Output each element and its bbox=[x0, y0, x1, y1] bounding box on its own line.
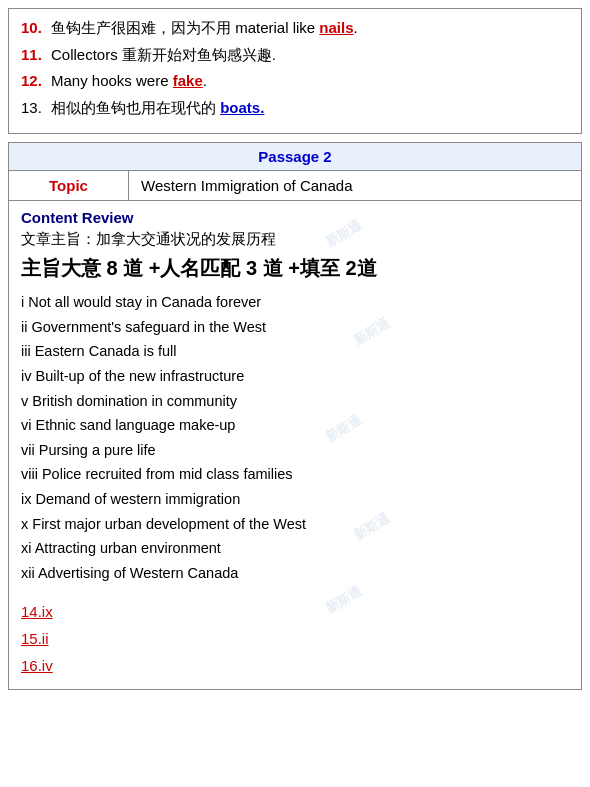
highlight-boats: boats. bbox=[220, 99, 264, 116]
content-body: 新斯通 新斯通 新斯通 新斯通 新斯通 Content Review 文章主旨：… bbox=[9, 201, 581, 689]
main-idea: 主旨大意 8 道 +人名匹配 3 道 +填至 2道 bbox=[21, 255, 569, 282]
item-num-10: 10. bbox=[21, 17, 51, 40]
top-section: 10. 鱼钩生产很困难，因为不用 material like nails. 11… bbox=[8, 8, 582, 134]
list-item-13: 13. 相似的鱼钩也用在现代的 boats. bbox=[21, 97, 569, 120]
article-theme: 文章主旨：加拿大交通状况的发展历程 bbox=[21, 230, 569, 249]
item-text-10: 鱼钩生产很困难，因为不用 material like nails. bbox=[51, 17, 358, 40]
passage-section: Passage 2 Topic Western Immigration of C… bbox=[8, 142, 582, 690]
list-item: ii Government's safeguard in the West bbox=[21, 315, 569, 340]
topic-value: Western Immigration of Canada bbox=[129, 171, 365, 200]
list-item: iii Eastern Canada is full bbox=[21, 339, 569, 364]
list-item-12: 12. Many hooks were fake. bbox=[21, 70, 569, 93]
highlight-fake: fake bbox=[173, 72, 203, 89]
topic-row: Topic Western Immigration of Canada bbox=[9, 171, 581, 201]
list-item: vii Pursing a pure life bbox=[21, 438, 569, 463]
content-review-title: Content Review bbox=[21, 209, 569, 226]
item-num-11: 11. bbox=[21, 44, 51, 67]
list-items-section: i Not all would stay in Canada foreverii… bbox=[21, 290, 569, 586]
article-theme-label: 文章主旨： bbox=[21, 230, 96, 247]
passage-header-text: Passage 2 bbox=[258, 148, 331, 165]
topic-label: Topic bbox=[9, 171, 129, 200]
list-item: ix Demand of western immigration bbox=[21, 487, 569, 512]
passage-header: Passage 2 bbox=[9, 143, 581, 171]
list-item: i Not all would stay in Canada forever bbox=[21, 290, 569, 315]
answer-link[interactable]: 16.iv bbox=[21, 652, 569, 679]
list-item: viii Police recruited from mid class fam… bbox=[21, 462, 569, 487]
item-num-12: 12. bbox=[21, 70, 51, 93]
answer-links: 14.ix15.ii16.iv bbox=[21, 598, 569, 679]
answer-link[interactable]: 15.ii bbox=[21, 625, 569, 652]
list-item: xii Advertising of Western Canada bbox=[21, 561, 569, 586]
item-text-12: Many hooks were fake. bbox=[51, 70, 207, 93]
list-item: v British domination in community bbox=[21, 389, 569, 414]
list-item-10: 10. 鱼钩生产很困难，因为不用 material like nails. bbox=[21, 17, 569, 40]
answer-link[interactable]: 14.ix bbox=[21, 598, 569, 625]
item-num-13: 13. bbox=[21, 97, 51, 120]
list-item: iv Built-up of the new infrastructure bbox=[21, 364, 569, 389]
list-item: vi Ethnic sand language make-up bbox=[21, 413, 569, 438]
list-item: xi Attracting urban environment bbox=[21, 536, 569, 561]
item-text-13: 相似的鱼钩也用在现代的 boats. bbox=[51, 97, 264, 120]
article-theme-value: 加拿大交通状况的发展历程 bbox=[96, 230, 276, 247]
list-item-11: 11. Collectors 重新开始对鱼钩感兴趣. bbox=[21, 44, 569, 67]
item-text-11: Collectors 重新开始对鱼钩感兴趣. bbox=[51, 44, 276, 67]
list-item: x First major urban development of the W… bbox=[21, 512, 569, 537]
highlight-nails: nails bbox=[319, 19, 353, 36]
